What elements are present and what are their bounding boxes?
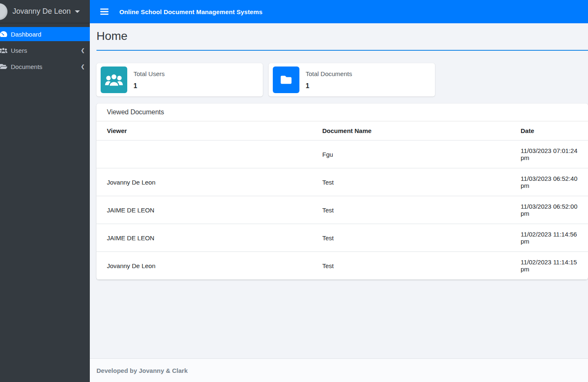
content-header: Home — [90, 23, 588, 43]
sidebar: Jovanny De Leon Dashboard — [0, 0, 90, 382]
table-row: Jovanny De Leon Test 11/02/2023 11:14:15… — [96, 252, 588, 280]
table-header-row: Viewer Document Name Date — [96, 121, 588, 140]
footer-credit: Developed by Jovanny & Clark — [96, 367, 188, 374]
cell-document: Test — [312, 224, 510, 252]
column-header-viewer: Viewer — [96, 121, 312, 140]
cell-viewer: Jovanny De Leon — [96, 168, 312, 196]
app-title[interactable]: Online School Document Management System… — [119, 8, 262, 15]
user-avatar[interactable] — [0, 3, 7, 20]
cell-document: Test — [312, 168, 510, 196]
caret-down-icon — [75, 10, 80, 13]
table-row: JAIME DE LEON Test 11/02/2023 11:14:56 p… — [96, 224, 588, 252]
footer: Developed by Jovanny & Clark — [90, 358, 588, 382]
users-icon — [101, 67, 127, 93]
table-row: JAIME DE LEON Test 11/03/2023 06:52:00 p… — [96, 196, 588, 224]
stat-value: 1 — [133, 82, 165, 90]
stat-label: Total Users — [133, 70, 165, 77]
cell-viewer — [96, 140, 312, 168]
cell-date: 11/02/2023 11:14:15 pm — [510, 252, 588, 280]
chevron-left-icon: ❮ — [81, 47, 85, 53]
cell-date: 11/03/2023 06:52:00 pm — [510, 196, 588, 224]
table-row: Fgu 11/03/2023 07:01:24 pm — [96, 140, 588, 168]
cell-viewer: Jovanny De Leon — [96, 252, 312, 280]
viewed-documents-title: Viewed Documents — [96, 104, 588, 121]
content: Home Total Users 1 — [90, 23, 588, 358]
sidebar-item-documents[interactable]: Documents ❮ — [0, 59, 90, 74]
sidebar-item-users[interactable]: Users ❮ — [0, 43, 90, 57]
cell-document: Fgu — [312, 140, 510, 168]
hamburger-icon[interactable] — [100, 8, 109, 15]
total-users-card: Total Users 1 — [96, 63, 263, 96]
cell-date: 11/02/2023 11:14:56 pm — [510, 224, 588, 252]
cell-date: 11/03/2023 07:01:24 pm — [510, 140, 588, 168]
folder-icon — [273, 67, 299, 93]
cell-document: Test — [312, 252, 510, 280]
stats-row: Total Users 1 Total Documents 1 — [96, 63, 588, 96]
chevron-left-icon: ❮ — [81, 64, 85, 69]
folder-open-icon — [0, 63, 8, 70]
stat-value: 1 — [306, 82, 352, 90]
user-menu[interactable]: Jovanny De Leon — [0, 0, 90, 23]
total-documents-card: Total Documents 1 — [269, 63, 435, 96]
viewed-documents-card: Viewed Documents Viewer Document Name Da… — [96, 104, 588, 280]
cell-viewer: JAIME DE LEON — [96, 196, 312, 224]
user-name: Jovanny De Leon — [12, 7, 71, 16]
viewed-documents-table: Viewer Document Name Date Fgu 11/03/2023… — [96, 121, 588, 280]
sidebar-item-label: Dashboard — [11, 31, 41, 38]
column-header-document-name: Document Name — [312, 121, 510, 140]
sidebar-item-dashboard[interactable]: Dashboard — [0, 27, 90, 41]
stat-label: Total Documents — [306, 70, 352, 77]
cell-viewer: JAIME DE LEON — [96, 224, 312, 252]
sidebar-nav: Dashboard Users ❮ D — [0, 23, 90, 74]
cell-document: Test — [312, 196, 510, 224]
tachometer-icon — [0, 30, 8, 38]
main-area: Online School Document Management System… — [90, 0, 588, 382]
top-navbar: Online School Document Management System… — [90, 0, 588, 23]
page-title: Home — [96, 30, 588, 43]
sidebar-item-label: Documents — [11, 63, 42, 70]
cell-date: 11/03/2023 06:52:40 pm — [510, 168, 588, 196]
table-row: Jovanny De Leon Test 11/03/2023 06:52:40… — [96, 168, 588, 196]
sidebar-item-label: Users — [11, 47, 27, 54]
column-header-date: Date — [510, 121, 588, 140]
header-divider — [96, 50, 588, 51]
users-icon — [0, 47, 8, 54]
